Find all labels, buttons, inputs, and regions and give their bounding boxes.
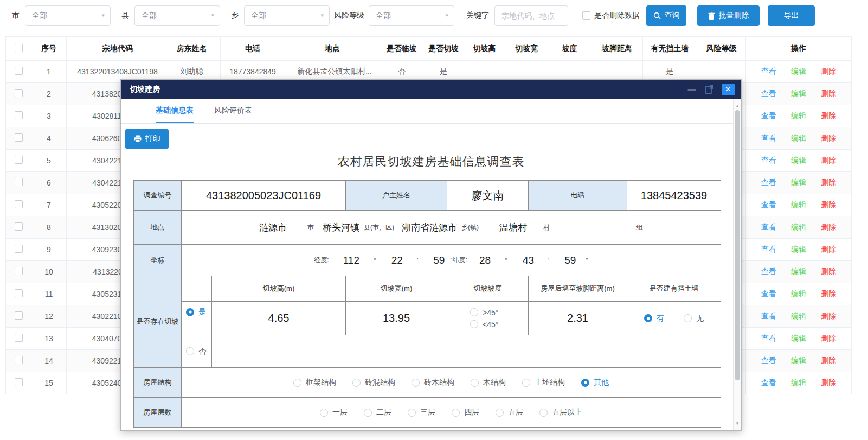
edit-link[interactable]: 编辑: [791, 200, 806, 210]
delete-link[interactable]: 删除: [821, 178, 836, 188]
delete-link[interactable]: 删除: [821, 133, 836, 143]
dialog-scrollbar[interactable]: ▲ ▼: [733, 99, 741, 430]
row-checkbox[interactable]: [15, 289, 23, 297]
radio-option[interactable]: <45°: [470, 320, 498, 329]
edit-link[interactable]: 编辑: [791, 289, 806, 299]
delete-link[interactable]: 删除: [821, 200, 836, 210]
close-icon[interactable]: ✕: [722, 84, 735, 95]
query-button[interactable]: 查询: [646, 5, 686, 26]
edit-link[interactable]: 编辑: [791, 311, 806, 321]
view-link[interactable]: 查看: [761, 156, 776, 165]
radio-option[interactable]: 无: [684, 314, 704, 323]
keyword-input[interactable]: [494, 5, 568, 26]
edit-link[interactable]: 编辑: [791, 356, 806, 366]
view-link[interactable]: 查看: [761, 267, 776, 277]
scrollbar-thumb[interactable]: [735, 110, 740, 380]
tab-basic-info[interactable]: 基础信息表: [156, 99, 194, 123]
radio-option[interactable]: 否: [186, 347, 206, 356]
print-button[interactable]: 打印: [125, 129, 169, 149]
scroll-down-icon[interactable]: ▼: [734, 419, 741, 427]
row-checkbox[interactable]: [15, 200, 23, 208]
row-checkbox[interactable]: [15, 178, 23, 186]
deleted-data-checkbox[interactable]: [582, 11, 590, 20]
radio-option[interactable]: 砖混结构: [352, 378, 395, 387]
radio-label: 一层: [332, 407, 348, 417]
radio-option[interactable]: >45°: [470, 308, 498, 317]
tab-risk-evaluation[interactable]: 风险评价表: [214, 99, 252, 123]
delete-link[interactable]: 删除: [821, 311, 836, 321]
radio-option[interactable]: 砖木结构: [412, 378, 454, 387]
radio-option[interactable]: 四层: [452, 407, 479, 417]
row-checkbox[interactable]: [15, 245, 23, 253]
radio-option[interactable]: 一层: [320, 407, 348, 417]
town-select[interactable]: 全部 ▾: [244, 5, 330, 26]
row-checkbox[interactable]: [15, 378, 23, 386]
row-checkbox[interactable]: [15, 111, 23, 119]
delete-link[interactable]: 删除: [821, 334, 836, 343]
radio-option[interactable]: 木结构: [471, 378, 506, 387]
delete-link[interactable]: 删除: [821, 289, 836, 299]
edit-link[interactable]: 编辑: [791, 67, 806, 76]
view-link[interactable]: 查看: [761, 111, 776, 121]
minimize-icon[interactable]: —: [687, 85, 696, 94]
delete-link[interactable]: 删除: [821, 111, 836, 121]
delete-link[interactable]: 删除: [821, 356, 836, 366]
view-link[interactable]: 查看: [761, 378, 776, 388]
county-select[interactable]: 全部 ▾: [134, 5, 220, 26]
view-link[interactable]: 查看: [761, 67, 776, 76]
radio-option[interactable]: 五层: [496, 407, 523, 417]
radio-option[interactable]: 三层: [408, 407, 435, 417]
view-link[interactable]: 查看: [761, 89, 776, 99]
view-link[interactable]: 查看: [761, 245, 776, 254]
edit-link[interactable]: 编辑: [791, 178, 806, 188]
view-link[interactable]: 查看: [761, 133, 776, 143]
delete-link[interactable]: 删除: [821, 245, 836, 254]
row-checkbox[interactable]: [15, 67, 23, 75]
row-checkbox[interactable]: [15, 89, 23, 97]
edit-link[interactable]: 编辑: [791, 133, 806, 143]
radio-option[interactable]: 五层以上: [539, 407, 582, 417]
edit-link[interactable]: 编辑: [791, 111, 806, 121]
delete-link[interactable]: 删除: [821, 267, 836, 277]
row-checkbox[interactable]: [15, 267, 23, 275]
view-link[interactable]: 查看: [761, 356, 776, 366]
row-checkbox[interactable]: [15, 334, 23, 342]
row-checkbox[interactable]: [15, 356, 23, 364]
column-header: 切坡宽: [505, 37, 548, 61]
delete-link[interactable]: 删除: [821, 378, 836, 388]
delete-link[interactable]: 删除: [821, 222, 836, 232]
edit-link[interactable]: 编辑: [791, 267, 806, 277]
view-link[interactable]: 查看: [761, 200, 776, 210]
edit-link[interactable]: 编辑: [791, 222, 806, 232]
row-checkbox[interactable]: [15, 222, 23, 231]
city-select[interactable]: 全部 ▾: [25, 5, 111, 26]
view-link[interactable]: 查看: [761, 311, 776, 321]
edit-link[interactable]: 编辑: [791, 89, 806, 99]
radio-option[interactable]: 二层: [364, 407, 391, 417]
view-link[interactable]: 查看: [761, 178, 776, 188]
risk-level-select[interactable]: 全部 ▾: [369, 5, 454, 26]
delete-link[interactable]: 删除: [821, 89, 836, 99]
select-all-checkbox[interactable]: [15, 44, 23, 52]
delete-link[interactable]: 删除: [821, 156, 836, 165]
edit-link[interactable]: 编辑: [791, 245, 806, 254]
export-button[interactable]: 导出: [768, 5, 815, 26]
edit-link[interactable]: 编辑: [791, 334, 806, 343]
edit-link[interactable]: 编辑: [791, 378, 806, 388]
view-link[interactable]: 查看: [761, 222, 776, 232]
maximize-icon[interactable]: [705, 85, 714, 94]
row-checkbox[interactable]: [15, 311, 23, 320]
row-checkbox[interactable]: [15, 133, 23, 142]
radio-option[interactable]: 框架结构: [293, 378, 336, 387]
delete-link[interactable]: 删除: [821, 67, 836, 76]
radio-option[interactable]: 是: [186, 307, 206, 317]
radio-option[interactable]: 其他: [581, 378, 609, 387]
scroll-up-icon[interactable]: ▲: [734, 102, 741, 110]
view-link[interactable]: 查看: [761, 334, 776, 343]
edit-link[interactable]: 编辑: [791, 156, 806, 165]
radio-option[interactable]: 土坯结构: [522, 378, 565, 387]
radio-option[interactable]: 有: [644, 314, 664, 323]
view-link[interactable]: 查看: [761, 289, 776, 299]
batch-delete-button[interactable]: 批量删除: [697, 5, 760, 26]
row-checkbox[interactable]: [15, 156, 23, 164]
